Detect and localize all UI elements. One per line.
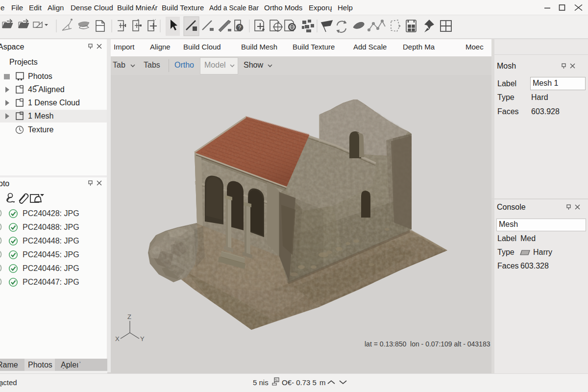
svg-text:lat = 0.13:850 lon - 0.07:109: lat = 0.13:850 lon - 0.07:109 alt - 0431… [365,340,490,348]
svg-text:Z: Z [127,313,131,320]
svg-text:?: ? [238,24,241,30]
svg-text:X: X [115,335,120,343]
svg-text:Y: Y [140,335,145,343]
